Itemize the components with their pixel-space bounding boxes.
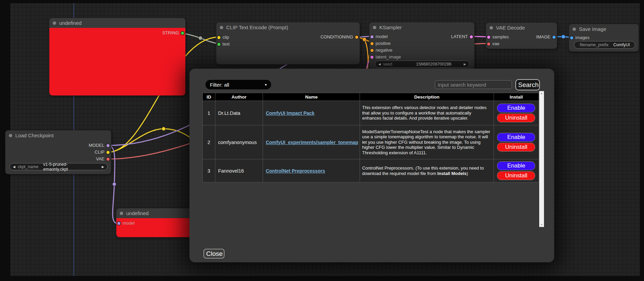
seed-widget[interactable]: ◀ seed 156680208700286 ▶ <box>375 60 469 68</box>
node-collapse-dot[interactable] <box>220 26 223 29</box>
port-dot-icon[interactable] <box>217 36 220 39</box>
filter-dropdown-label: Filter: all <box>210 82 229 88</box>
output-port-latent[interactable]: LATENT <box>451 34 473 39</box>
uninstall-button[interactable]: Uninstall <box>497 143 535 152</box>
port-dot-icon[interactable] <box>370 56 374 59</box>
port-dot-icon[interactable] <box>370 35 374 38</box>
cell-name: ComfyUI_experiments/sampler_tonemap <box>263 125 360 159</box>
port-dot-icon[interactable] <box>106 151 110 154</box>
enable-button[interactable]: Enable <box>497 104 535 112</box>
output-port-conditioning[interactable]: CONDITIONING <box>320 34 358 40</box>
extension-link[interactable]: ComfyUI Impact Pack <box>266 110 314 116</box>
port-dot-icon[interactable] <box>487 42 490 46</box>
input-port-model[interactable]: model <box>117 221 134 226</box>
output-port-vae[interactable]: VAE <box>96 156 110 162</box>
table-row: 1 Dr.Lt.Data ComfyUI Impact Pack This ex… <box>203 101 539 125</box>
widget-value[interactable]: v1-5-pruned-emaonly.ckpt <box>43 162 92 172</box>
input-port-clip[interactable]: clip <box>217 35 229 40</box>
widget-increment-icon[interactable]: ▶ <box>102 165 104 169</box>
node-title-bar[interactable]: KSampler <box>369 22 474 32</box>
uninstall-button[interactable]: Uninstall <box>497 113 535 122</box>
input-port-text[interactable]: text <box>217 41 230 47</box>
node-title-bar[interactable]: undefined <box>116 208 192 218</box>
node-undefined-bottom[interactable]: undefined model <box>116 208 192 237</box>
close-button[interactable]: Close <box>203 249 225 259</box>
port-dot-icon[interactable] <box>181 32 184 35</box>
node-collapse-dot[interactable] <box>490 26 493 30</box>
port-dot-icon[interactable] <box>370 42 374 45</box>
cell-install: Enable Uninstall <box>494 101 539 125</box>
port-dot-icon[interactable] <box>552 36 556 39</box>
node-title-bar[interactable]: Save Image <box>569 24 639 34</box>
table-scrollbar[interactable]: ▲ ▼ <box>539 91 544 227</box>
widget-value[interactable]: 156680208700286 <box>416 62 451 67</box>
scrollbar-up-icon[interactable]: ▲ <box>539 92 544 95</box>
input-port-latent-image[interactable]: latent_image <box>370 54 401 60</box>
port-dot-icon[interactable] <box>106 144 110 147</box>
output-port-clip[interactable]: CLIP <box>95 150 110 155</box>
port-dot-icon[interactable] <box>355 36 358 39</box>
node-title-bar[interactable]: CLIP Text Encode (Prompt) <box>216 22 360 32</box>
input-port-positive[interactable]: positive <box>370 41 391 46</box>
port-dot-icon[interactable] <box>217 43 220 46</box>
cell-install: Enable Uninstall <box>494 125 539 159</box>
extension-link[interactable]: ControlNet Preprocessors <box>266 168 325 174</box>
widget-value[interactable]: ComfyUI <box>613 42 630 47</box>
node-vae-decode[interactable]: VAE Decode samples vae IMAGE <box>486 22 557 49</box>
cell-name: ComfyUI Impact Pack <box>263 101 360 125</box>
cell-description: This extension offers various detector n… <box>360 101 494 125</box>
output-port-model[interactable]: MODEL <box>89 143 110 148</box>
port-dot-icon[interactable] <box>117 222 120 225</box>
input-port-vae[interactable]: vae <box>487 41 499 47</box>
node-ksampler[interactable]: KSampler model positive negative latent_… <box>369 22 475 70</box>
cell-name: ControlNet Preprocessors <box>263 159 360 182</box>
cell-description: ModelSamplerTonemapNoiseTest a node that… <box>360 125 494 159</box>
node-clip-text-encode[interactable]: CLIP Text Encode (Prompt) clip text COND… <box>216 22 360 65</box>
output-port-string[interactable]: STRING <box>162 30 184 36</box>
scrollbar-down-icon[interactable]: ▼ <box>539 223 544 226</box>
input-port-model[interactable]: model <box>370 34 387 39</box>
enable-button[interactable]: Enable <box>497 161 535 170</box>
widget-increment-icon[interactable]: ▶ <box>464 63 466 66</box>
node-load-checkpoint[interactable]: Load Checkpoint MODEL CLIP VAE ◀ ckpt_na… <box>5 130 111 174</box>
port-dot-icon[interactable] <box>487 36 490 39</box>
node-collapse-dot[interactable] <box>573 28 576 31</box>
widget-decrement-icon[interactable]: ◀ <box>13 165 15 169</box>
search-button[interactable]: Search <box>515 79 540 90</box>
node-title-bar[interactable]: Load Checkpoint <box>5 130 111 140</box>
cell-author: comfyanonymous <box>215 125 263 159</box>
node-collapse-dot[interactable] <box>120 212 123 215</box>
ckpt-name-widget[interactable]: ◀ ckpt_name v1-5-pruned-emaonly.ckpt ▶ <box>10 163 108 170</box>
cell-id: 1 <box>203 101 215 125</box>
port-dot-icon[interactable] <box>370 49 374 52</box>
input-port-negative[interactable]: negative <box>370 48 392 53</box>
filename-prefix-widget[interactable]: filename_prefix ComfyUI <box>574 41 635 49</box>
node-collapse-dot[interactable] <box>9 134 12 137</box>
node-title-bar[interactable]: VAE Decode <box>486 23 557 33</box>
search-input[interactable] <box>435 80 512 89</box>
port-dot-icon[interactable] <box>570 36 573 39</box>
port-dot-icon[interactable] <box>470 35 473 38</box>
column-header-author: Author <box>215 93 263 101</box>
node-collapse-dot[interactable] <box>373 26 376 29</box>
input-port-samples[interactable]: samples <box>487 34 509 40</box>
output-port-image[interactable]: IMAGE <box>536 34 556 40</box>
cell-author: Fannovel16 <box>215 159 263 182</box>
column-header-install: Install <box>494 93 539 101</box>
extension-link[interactable]: ComfyUI_experiments/sampler_tonemap <box>266 140 358 145</box>
widget-decrement-icon[interactable]: ◀ <box>378 63 381 66</box>
input-port-images[interactable]: images <box>570 35 590 40</box>
filter-dropdown[interactable]: Filter: all ▾ <box>205 80 271 89</box>
node-title: CLIP Text Encode (Prompt) <box>226 24 288 30</box>
uninstall-button[interactable]: Uninstall <box>497 171 535 180</box>
cell-id: 3 <box>203 159 215 182</box>
node-save-image[interactable]: Save Image images filename_prefix ComfyU… <box>569 24 639 52</box>
node-collapse-dot[interactable] <box>53 21 56 25</box>
node-title: KSampler <box>379 24 402 30</box>
table-header-row: ID Author Name Description Install <box>203 93 539 101</box>
node-title-bar[interactable]: undefined <box>49 18 185 28</box>
port-dot-icon[interactable] <box>106 158 110 161</box>
comfyui-app: undefined STRING CLIP Text Encode (Promp… <box>0 0 644 281</box>
enable-button[interactable]: Enable <box>497 133 535 142</box>
node-undefined-top[interactable]: undefined STRING <box>49 18 185 95</box>
